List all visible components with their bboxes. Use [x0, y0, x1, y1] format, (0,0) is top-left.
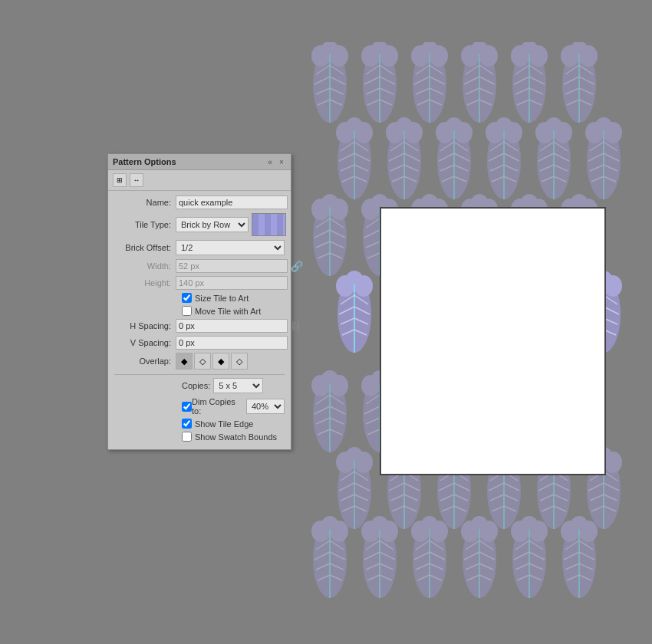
show-tile-edge-row: Show Tile Edge — [114, 419, 285, 429]
panel-controls: « × — [265, 157, 286, 166]
width-label: Width: — [114, 261, 176, 271]
show-swatch-bounds-label[interactable]: Show Swatch Bounds — [195, 432, 277, 442]
tile-type-label: Tile Type: — [114, 220, 176, 229]
overlap-row: Overlap: ◆ ◇ ◆ ◇ — [114, 353, 285, 370]
panel-close-button[interactable]: × — [277, 157, 286, 166]
grid-icon-button[interactable]: ⊞ — [113, 173, 127, 187]
dim-copies-select[interactable]: 40% 20% 30% 50% — [246, 399, 285, 414]
width-input[interactable] — [176, 259, 288, 273]
brick-offset-label: Brick Offset: — [114, 243, 176, 252]
pattern-canvas — [307, 42, 629, 602]
height-input[interactable] — [176, 276, 288, 290]
show-tile-edge-label[interactable]: Show Tile Edge — [195, 419, 253, 429]
overlap-btn-4[interactable]: ◇ — [231, 353, 248, 370]
h-spacing-row: H Spacing: ⛓ — [114, 319, 285, 333]
show-tile-edge-checkbox[interactable] — [182, 419, 192, 429]
v-spacing-input[interactable] — [176, 336, 288, 350]
divider-1 — [114, 374, 285, 375]
link-vertical-icon: ⛓ — [291, 320, 301, 332]
copies-select[interactable]: 5 x 5 3 x 3 7 x 7 — [213, 378, 263, 393]
copies-label: Copies: — [182, 381, 210, 390]
width-row: Width: 🔗 — [114, 259, 285, 273]
tile-type-select[interactable]: Brick by Row Grid Brick by Column Hex by… — [176, 217, 249, 232]
overlap-btn-3[interactable]: ◆ — [212, 353, 229, 370]
dim-copies-label[interactable]: Dim Copies to: — [192, 397, 242, 416]
name-label: Name: — [114, 198, 176, 207]
tile-boundary-box — [380, 207, 606, 475]
tile-preview — [252, 213, 286, 236]
panel-icons-row: ⊞ ↔ — [108, 170, 291, 191]
pattern-options-panel: Pattern Options « × ⊞ ↔ Name: Tile Type:… — [107, 153, 291, 450]
dim-copies-checkbox[interactable] — [182, 402, 192, 412]
move-tile-checkbox[interactable] — [182, 306, 192, 316]
dim-copies-row: Dim Copies to: 40% 20% 30% 50% — [114, 397, 285, 416]
height-row: Height: — [114, 276, 285, 290]
name-input[interactable] — [176, 196, 288, 209]
overlap-btn-2[interactable]: ◇ — [194, 353, 211, 370]
arrows-icon-button[interactable]: ↔ — [130, 173, 143, 187]
size-tile-row: Size Tile to Art — [114, 293, 285, 303]
panel-titlebar: Pattern Options « × — [108, 154, 291, 170]
overlap-btn-1[interactable]: ◆ — [176, 353, 193, 370]
brick-offset-row: Brick Offset: 1/2 1/4 1/3 2/3 3/4 — [114, 240, 285, 255]
move-tile-label[interactable]: Move Tile with Art — [195, 307, 261, 316]
copies-row: Copies: 5 x 5 3 x 3 7 x 7 — [114, 378, 285, 393]
show-swatch-bounds-checkbox[interactable] — [182, 432, 192, 442]
v-spacing-row: V Spacing: — [114, 336, 285, 350]
brick-offset-select[interactable]: 1/2 1/4 1/3 2/3 3/4 — [176, 240, 285, 255]
v-spacing-label: V Spacing: — [114, 338, 176, 347]
size-tile-label[interactable]: Size Tile to Art — [195, 294, 249, 303]
panel-collapse-button[interactable]: « — [265, 157, 275, 166]
show-swatch-bounds-row: Show Swatch Bounds — [114, 432, 285, 442]
name-row: Name: — [114, 196, 285, 209]
height-label: Height: — [114, 278, 176, 288]
h-spacing-input[interactable] — [176, 319, 288, 333]
move-tile-row: Move Tile with Art — [114, 306, 285, 316]
panel-title: Pattern Options — [113, 157, 176, 166]
h-spacing-label: H Spacing: — [114, 321, 176, 330]
tile-type-row: Tile Type: Brick by Row Grid Brick by Co… — [114, 213, 285, 236]
link-icon: 🔗 — [291, 261, 303, 272]
overlap-label: Overlap: — [114, 356, 176, 366]
size-tile-checkbox[interactable] — [182, 293, 192, 303]
panel-body: Name: Tile Type: Brick by Row Grid Brick… — [108, 191, 291, 449]
